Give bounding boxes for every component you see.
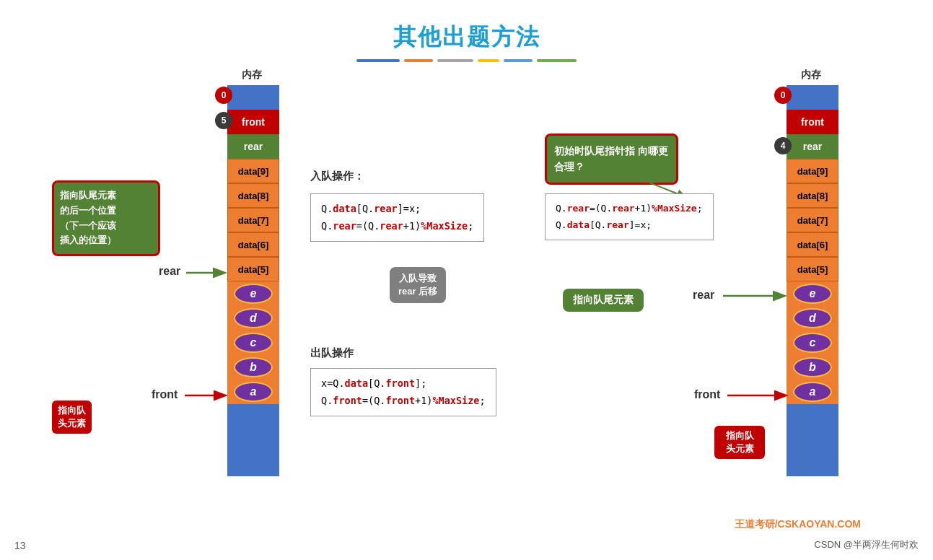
left-index-0-badge: 0 <box>215 87 232 104</box>
deco-line-5 <box>504 59 533 62</box>
left-cell-data6: data[6] <box>227 232 279 257</box>
dequeue-code: x=Q.data[Q.front]; Q.front=(Q.front+1)%M… <box>310 368 496 416</box>
oval-d-left: d <box>234 308 273 328</box>
left-cell-c: c <box>227 331 279 355</box>
left-head-callout: 指向队头元素 <box>52 401 92 434</box>
right-cell-b: b <box>787 355 838 380</box>
right-index-0-badge: 0 <box>774 87 792 104</box>
slide-title: 其他出题方法 <box>0 0 933 53</box>
title-decoration <box>0 59 933 62</box>
left-cell-data9: data[9] <box>227 159 279 183</box>
footer-page: 13 <box>14 540 26 551</box>
left-cell-data8: data[8] <box>227 183 279 208</box>
left-memory-label: 内存 <box>242 69 262 82</box>
right-cell-bottom-blue <box>787 404 838 476</box>
right-cell-data9: data[9] <box>787 159 838 183</box>
deco-line-1 <box>356 59 400 62</box>
right-cell-data5: data[5] <box>787 257 838 281</box>
left-cell-a: a <box>227 380 279 404</box>
left-front-label: front <box>152 388 178 401</box>
oval-a-right: a <box>793 382 832 402</box>
right-cell-c: c <box>787 331 838 355</box>
right-cell-d: d <box>787 306 838 331</box>
question-callout: 初始时队尾指针指 向哪更合理？ <box>545 134 678 185</box>
left-cell-d: d <box>227 306 279 331</box>
deco-line-6 <box>537 59 577 62</box>
footer-csdn: CSDN @半两浮生何时欢 <box>814 538 919 551</box>
right-rear-arrow <box>723 289 792 303</box>
right-cell-data8: data[8] <box>787 183 838 208</box>
left-cell-e: e <box>227 281 279 306</box>
tail-callout-right: 指向队尾元素 <box>563 289 644 312</box>
oval-b-right: b <box>793 357 832 377</box>
left-cell-b: b <box>227 355 279 380</box>
left-cell-front: front <box>227 110 279 134</box>
left-cell-top-blue <box>227 85 279 110</box>
oval-c-right: c <box>793 333 832 353</box>
left-cell-data5: data[5] <box>227 257 279 281</box>
oval-d-right: d <box>793 308 832 328</box>
right-cell-data6: data[6] <box>787 232 838 257</box>
right-head-callout: 指向队 头元素 <box>714 426 765 459</box>
dequeue-title: 出队操作 <box>310 346 354 360</box>
left-rear-arrow <box>186 266 229 280</box>
deco-line-4 <box>478 59 499 62</box>
right-cell-top-blue <box>787 85 838 110</box>
oval-e-right: e <box>793 284 832 304</box>
oval-a-left: a <box>234 382 273 402</box>
left-front-arrow <box>185 388 232 403</box>
right-index-4-badge: 4 <box>774 137 792 154</box>
left-rear-label: rear <box>159 265 180 278</box>
left-tail-callout: 指向队尾元素的后一个位置（下一个应该插入的位置） <box>52 180 160 256</box>
left-index-5-badge: 5 <box>215 112 232 129</box>
oval-b-left: b <box>234 357 273 377</box>
footer-brand: 王道考研/CSKAOYAN.COM <box>735 518 861 531</box>
deco-line-3 <box>437 59 473 62</box>
right-front-label: front <box>694 388 720 401</box>
slide: 其他出题方法 内存 front rear data[9] data[8] dat… <box>0 0 933 560</box>
left-cell-data7: data[7] <box>227 208 279 232</box>
enqueue-note: 入队导致rear 后移 <box>390 267 446 303</box>
right-memory-label: 内存 <box>801 69 821 82</box>
right-cell-rear: rear <box>787 134 838 159</box>
right-cell-a: a <box>787 380 838 404</box>
deco-line-2 <box>404 59 433 62</box>
oval-c-left: c <box>234 333 273 353</box>
enqueue-code-right: Q.rear=(Q.rear+1)%MaxSize; Q.data[Q.rear… <box>545 193 714 240</box>
right-cell-data7: data[7] <box>787 208 838 232</box>
left-cell-rear: rear <box>227 134 279 159</box>
right-front-arrow <box>727 388 792 403</box>
enqueue-title: 入队操作： <box>310 170 364 183</box>
oval-e-left: e <box>234 284 273 304</box>
right-cell-e: e <box>787 281 838 306</box>
left-cell-bottom-blue <box>227 404 279 476</box>
enqueue-code-left: Q.data[Q.rear]=x; Q.rear=(Q.rear+1)%MaxS… <box>310 193 484 242</box>
right-cell-front: front <box>787 110 838 134</box>
right-rear-label: rear <box>693 289 714 302</box>
